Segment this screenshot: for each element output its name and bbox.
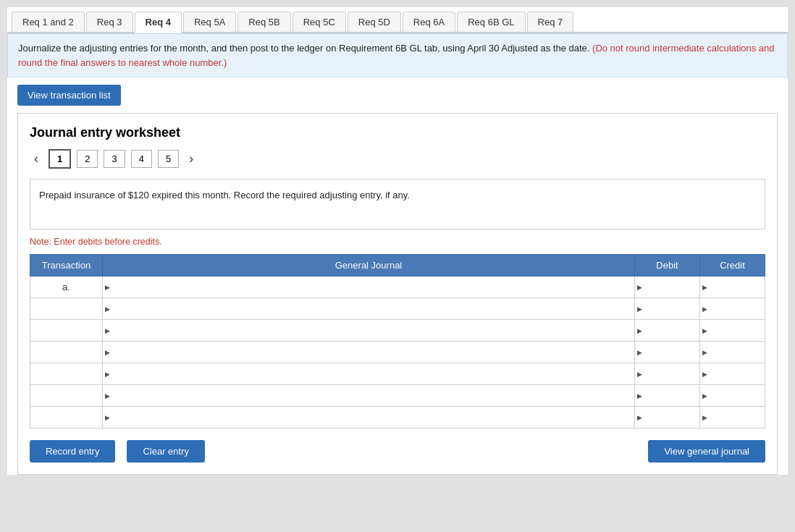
view-transaction-button[interactable]: View transaction list [17,85,121,106]
info-banner: Journalize the adjusting entries for the… [7,33,788,77]
credit-input-3[interactable] [700,320,765,341]
worksheet-container: Journal entry worksheet ‹ 1 2 3 4 5 › Pr… [17,113,778,475]
tab-req5c[interactable]: Req 5C [293,12,346,32]
info-text-normal: Journalize the adjusting entries for the… [18,43,589,54]
tab-req3[interactable]: Req 3 [86,12,133,32]
credit-cell-4[interactable] [700,342,765,363]
col-header-general-journal: General Journal [103,255,635,276]
credit-cell-7[interactable] [700,407,765,428]
general-journal-input-1[interactable] [103,276,634,297]
table-row [30,342,765,363]
tab-req5a[interactable]: Req 5A [183,12,236,32]
col-header-debit: Debit [635,255,700,276]
debit-cell-7[interactable] [635,407,700,428]
transaction-label-1: a. [30,276,103,298]
page-num-4[interactable]: 4 [131,150,152,168]
main-container: Req 1 and 2 Req 3 Req 4 Req 5A Req 5B Re… [7,7,788,475]
debit-cell-1[interactable] [635,276,700,298]
credit-input-2[interactable] [700,298,765,319]
debit-input-1[interactable] [635,276,699,297]
debit-input-3[interactable] [635,320,699,341]
transaction-label-4 [30,342,103,363]
page-next-arrow[interactable]: › [185,150,198,168]
page-num-1[interactable]: 1 [49,149,71,169]
table-row [30,385,765,407]
worksheet-title: Journal entry worksheet [30,125,765,140]
action-buttons: Record entry Clear entry View general jo… [30,440,765,463]
debit-cell-6[interactable] [635,385,700,407]
transaction-label-2 [30,298,103,320]
page-num-2[interactable]: 2 [77,150,98,168]
credit-input-1[interactable] [700,276,765,297]
table-row [30,407,765,428]
page-num-3[interactable]: 3 [104,150,125,168]
credit-input-6[interactable] [700,385,765,406]
pagination: ‹ 1 2 3 4 5 › [30,149,765,169]
credit-input-7[interactable] [700,407,765,428]
table-row [30,320,765,342]
general-journal-cell-5[interactable] [103,363,635,385]
debit-cell-5[interactable] [635,363,700,385]
record-entry-button[interactable]: Record entry [30,440,115,463]
credit-cell-6[interactable] [700,385,765,407]
tab-req5b[interactable]: Req 5B [237,12,290,32]
tab-req5d[interactable]: Req 5D [348,12,401,32]
transaction-label-3 [30,320,103,342]
description-box: Prepaid insurance of $120 expired this m… [30,179,765,229]
general-journal-input-4[interactable] [103,342,634,363]
general-journal-cell-3[interactable] [103,320,635,342]
general-journal-input-2[interactable] [103,298,634,319]
credit-cell-3[interactable] [700,320,765,342]
debit-input-6[interactable] [635,385,699,406]
journal-table: Transaction General Journal Debit Credit… [30,254,765,428]
general-journal-cell-6[interactable] [103,385,635,407]
transaction-label-5 [30,363,103,385]
table-row: a. [30,276,765,298]
general-journal-input-3[interactable] [103,320,634,341]
tab-req7[interactable]: Req 7 [527,12,574,32]
general-journal-cell-7[interactable] [103,407,635,428]
tab-req4[interactable]: Req 4 [135,12,182,33]
tabs-bar: Req 1 and 2 Req 3 Req 4 Req 5A Req 5B Re… [7,7,788,33]
tab-req6a[interactable]: Req 6A [403,12,455,32]
col-header-transaction: Transaction [30,255,103,276]
debit-cell-4[interactable] [635,342,700,363]
credit-input-4[interactable] [700,342,765,363]
general-journal-cell-2[interactable] [103,298,635,320]
note-text: Note: Enter debits before credits. [30,237,765,247]
credit-input-5[interactable] [700,363,765,384]
col-header-credit: Credit [700,255,765,276]
credit-cell-2[interactable] [700,298,765,320]
debit-input-2[interactable] [635,298,699,319]
table-row [30,363,765,385]
debit-cell-3[interactable] [635,320,700,342]
transaction-label-7 [30,407,103,428]
page-num-5[interactable]: 5 [158,150,179,168]
view-general-journal-button[interactable]: View general journal [648,440,765,463]
debit-input-5[interactable] [635,363,699,384]
tab-req1and2[interactable]: Req 1 and 2 [12,12,85,32]
table-row [30,298,765,320]
general-journal-input-6[interactable] [103,385,634,406]
general-journal-input-7[interactable] [103,407,634,428]
general-journal-cell-4[interactable] [103,342,635,363]
transaction-label-6 [30,385,103,407]
page-prev-arrow[interactable]: ‹ [30,150,43,168]
credit-cell-1[interactable] [700,276,765,298]
debit-input-4[interactable] [635,342,699,363]
debit-cell-2[interactable] [635,298,700,320]
general-journal-cell-1[interactable] [103,276,635,298]
general-journal-input-5[interactable] [103,363,634,384]
credit-cell-5[interactable] [700,363,765,385]
debit-input-7[interactable] [635,407,699,428]
clear-entry-button[interactable]: Clear entry [127,440,205,463]
tab-req6bgl[interactable]: Req 6B GL [457,12,525,32]
